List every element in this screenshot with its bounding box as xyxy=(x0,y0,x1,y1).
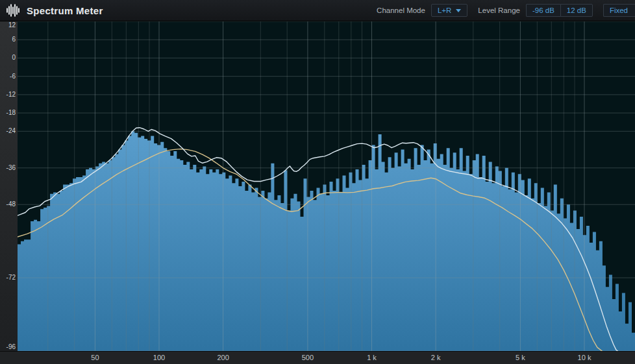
level-range-group: -96 dB 12 dB xyxy=(526,4,593,17)
freq-tick-label: 5 k xyxy=(516,354,525,361)
db-tick-label: -18 xyxy=(6,110,16,116)
chevron-down-icon xyxy=(456,9,461,12)
db-tick-label: -72 xyxy=(6,274,16,281)
channel-mode-label: Channel Mode xyxy=(377,6,425,14)
presonus-logo-icon xyxy=(6,4,21,17)
db-tick-label: -96 xyxy=(6,344,16,350)
channel-mode-dropdown[interactable]: L+R xyxy=(431,4,467,17)
db-tick-label: -36 xyxy=(6,165,16,171)
channel-mode-value: L+R xyxy=(438,6,451,14)
db-tick-label: -6 xyxy=(10,73,16,80)
header-controls: Channel Mode L+R Level Range -96 dB 12 d… xyxy=(377,0,635,21)
spectrum-meter-window: Spectrum Meter Channel Mode L+R Level Ra… xyxy=(0,0,635,364)
freq-tick-label: 2 k xyxy=(431,354,441,361)
db-tick-label: 12 xyxy=(8,22,16,29)
db-tick-label: -48 xyxy=(6,201,16,208)
db-tick-label: 6 xyxy=(12,36,16,43)
freq-tick-label: 500 xyxy=(302,354,314,361)
page-title: Spectrum Meter xyxy=(27,5,103,16)
db-tick-label: 0 xyxy=(12,55,16,61)
level-min-button[interactable]: -96 dB xyxy=(526,4,560,17)
db-tick-label: -24 xyxy=(6,128,16,134)
freq-tick-label: 10 k xyxy=(578,354,591,361)
db-tick-label: -12 xyxy=(6,91,16,98)
db-axis: 1260-6-12-18-24-36-48-72-96 xyxy=(0,21,18,351)
title-bar: Spectrum Meter Channel Mode L+R Level Ra… xyxy=(0,0,635,21)
frequency-axis: 501002005001 k2 k5 k10 k xyxy=(0,351,635,364)
freq-tick-label: 1 k xyxy=(367,354,377,361)
freq-tick-label: 200 xyxy=(217,354,229,361)
level-range-label: Level Range xyxy=(478,6,520,14)
level-max-button[interactable]: 12 dB xyxy=(560,4,593,17)
freq-tick-label: 100 xyxy=(153,354,165,361)
scale-mode-button[interactable]: Fixed xyxy=(603,4,635,17)
spectrum-plot xyxy=(18,21,635,351)
freq-tick-label: 50 xyxy=(91,354,99,361)
